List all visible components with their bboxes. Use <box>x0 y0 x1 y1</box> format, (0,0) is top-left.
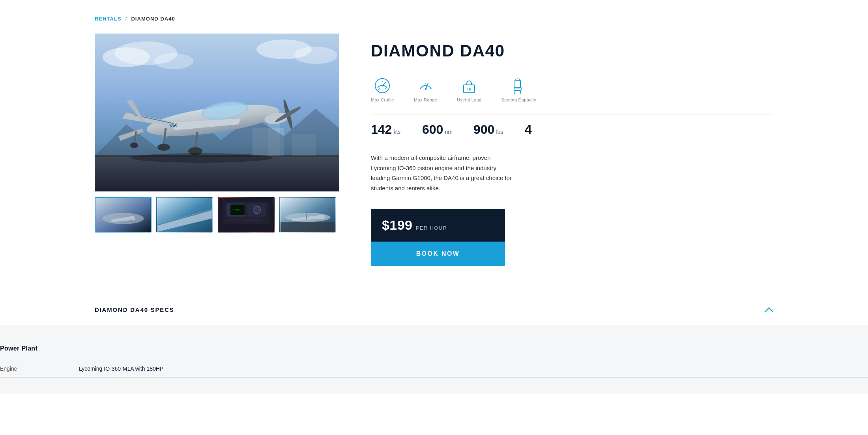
svg-line-56 <box>385 88 386 90</box>
price-amount: $199 <box>382 218 412 232</box>
svg-text:LB: LB <box>467 88 471 91</box>
seating-capacity-label: Seating Capacity <box>501 98 536 102</box>
images-section: N56 <box>95 34 339 232</box>
useful-load-label: Useful Load <box>457 98 481 102</box>
max-range-unit: nm <box>445 129 452 135</box>
svg-rect-48 <box>281 222 335 232</box>
svg-point-28 <box>130 142 138 148</box>
max-range-number: 600 <box>422 122 443 137</box>
pricing-box: $199 PER HOUR BOOK NOW <box>371 209 505 266</box>
stats-values-row: 142 kts 600 nm 900 lbs 4 <box>371 122 773 137</box>
max-range-value: 600 nm <box>422 122 454 137</box>
svg-rect-43 <box>228 219 262 222</box>
speedometer-icon <box>373 76 392 95</box>
max-cruise-number: 142 <box>371 122 392 137</box>
seating-capacity-number: 4 <box>525 122 532 137</box>
max-range-label: Max Range <box>414 98 437 102</box>
max-cruise-unit: kts <box>393 129 400 135</box>
svg-line-51 <box>306 213 307 219</box>
useful-load-unit: lbs <box>496 129 503 135</box>
price-per-label: PER HOUR <box>416 225 447 231</box>
breadcrumb-current: DIAMOND DA40 <box>131 16 175 22</box>
specs-row-engine: Engine Lycoming IO-360-M1A with 180HP <box>0 360 868 378</box>
max-cruise-value: 142 kts <box>371 122 402 137</box>
specs-body: Power Plant Engine Lycoming IO-360-M1A w… <box>0 325 868 394</box>
stat-max-range: Max Range <box>414 76 437 102</box>
stat-seating-capacity: Seating Capacity <box>501 76 536 102</box>
svg-point-5 <box>294 47 337 64</box>
svg-point-3 <box>154 53 193 69</box>
stats-divider <box>371 114 773 114</box>
breadcrumb-separator: / <box>125 16 127 22</box>
useful-load-number: 900 <box>473 122 494 137</box>
seat-icon <box>509 76 528 95</box>
thumbnail-1[interactable] <box>95 197 152 232</box>
stat-max-cruise: Max Cruise <box>371 76 394 102</box>
main-content: N56 <box>95 34 773 266</box>
svg-point-54 <box>382 85 383 86</box>
price-row: $199 PER HOUR <box>371 209 505 242</box>
specs-section: DIAMOND DA40 SPECS <box>95 294 773 325</box>
svg-text:G1000: G1000 <box>234 208 240 211</box>
aircraft-title: DIAMOND DA40 <box>371 41 773 60</box>
useful-load-value: 900 lbs <box>473 122 505 137</box>
specs-title: DIAMOND DA40 SPECS <box>95 306 174 313</box>
specs-key-engine: Engine <box>0 366 79 372</box>
weight-icon: LB <box>460 76 479 95</box>
specs-val-engine: Lycoming IO-360-M1A with 180HP <box>79 366 163 372</box>
book-now-button[interactable]: BOOK NOW <box>371 242 505 266</box>
svg-point-59 <box>425 88 427 90</box>
thumbnail-3[interactable]: G1000 <box>218 197 275 232</box>
specs-header-toggle[interactable]: DIAMOND DA40 SPECS <box>95 294 773 325</box>
breadcrumb: RENTALS / DIAMOND DA40 <box>95 0 773 34</box>
chevron-up-icon <box>765 305 773 314</box>
svg-line-68 <box>520 90 521 94</box>
specs-category-power-plant: Power Plant <box>0 345 868 352</box>
stat-useful-load: LB Useful Load <box>457 76 481 102</box>
thumbnail-4[interactable] <box>279 197 336 232</box>
svg-point-26 <box>157 144 170 151</box>
max-cruise-label: Max Cruise <box>371 98 394 102</box>
thumbnail-2[interactable] <box>156 197 213 232</box>
svg-line-67 <box>514 90 515 94</box>
svg-point-30 <box>130 153 272 163</box>
main-aircraft-image[interactable]: N56 <box>95 34 339 191</box>
thumbnail-strip: G1000 <box>95 197 339 232</box>
svg-line-55 <box>378 88 380 90</box>
seating-capacity-value: 4 <box>525 122 556 137</box>
svg-point-42 <box>253 206 260 214</box>
details-section: DIAMOND DA40 Max Cruise <box>371 34 773 266</box>
gauge-icon <box>416 76 435 95</box>
breadcrumb-rentals-link[interactable]: RENTALS <box>95 16 122 22</box>
stats-icons-row: Max Cruise Max Range <box>371 76 773 102</box>
aircraft-description: With a modern all-composite airframe, pr… <box>371 153 513 193</box>
